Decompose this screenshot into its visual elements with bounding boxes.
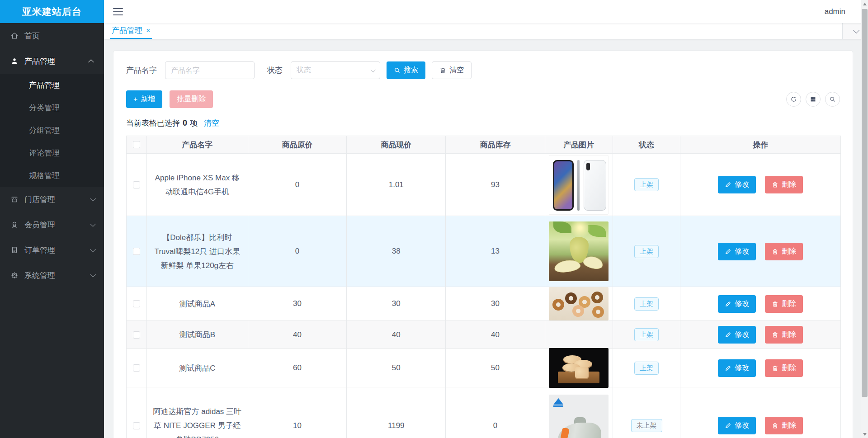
product-image-pear: [549, 221, 609, 281]
product-name: 测试商品C: [147, 349, 248, 387]
stock: 40: [446, 321, 545, 349]
pencil-icon: [725, 365, 731, 372]
delete-button[interactable]: 删除: [765, 359, 803, 377]
product-name-label: 产品名字: [126, 65, 157, 75]
sidebar-item-grouping-management[interactable]: 分组管理: [0, 119, 104, 141]
sidebar-item-member-management[interactable]: 会员管理: [0, 212, 104, 237]
col-header: 产品图片: [545, 136, 613, 153]
edit-button[interactable]: 修改: [718, 417, 756, 434]
edit-button[interactable]: 修改: [718, 176, 756, 193]
chevron-down-icon: [90, 221, 96, 227]
current-price: 1199: [347, 387, 446, 438]
member-badge-icon: [10, 220, 19, 229]
sidebar-item-product-management[interactable]: 产品管理: [0, 48, 104, 74]
stock: 50: [446, 349, 545, 387]
col-header: 产品名字: [147, 136, 248, 153]
table-row: Apple iPhone XS Max 移动联通电信4G手机 0 1.01 93…: [127, 154, 840, 216]
pencil-icon: [725, 331, 731, 338]
col-header: 操作: [680, 136, 840, 153]
sidebar-item-system-management[interactable]: 系统管理: [0, 263, 104, 288]
delete-button[interactable]: 删除: [765, 243, 803, 260]
row-checkbox[interactable]: [133, 248, 140, 255]
pencil-icon: [725, 248, 731, 255]
product-name-input[interactable]: [165, 61, 255, 79]
search-button[interactable]: 搜索: [387, 61, 425, 79]
chevron-down-icon: [90, 246, 96, 252]
scroll-down-arrow[interactable]: [861, 430, 868, 438]
person-icon: [10, 57, 19, 66]
sidebar-item-label: 首页: [24, 31, 40, 41]
app-root: 亚米建站后台 首页 产品管理 产品管理 分类管理 分组管理 评论管理 规格管理: [0, 0, 868, 438]
status-select[interactable]: 状态: [291, 61, 380, 79]
product-image-empty: [545, 321, 613, 349]
row-checkbox[interactable]: [133, 181, 140, 188]
trash-icon: [772, 331, 778, 338]
row-checkbox[interactable]: [133, 364, 140, 372]
clear-selection-link[interactable]: 清空: [204, 118, 219, 128]
stock: 13: [446, 216, 545, 287]
refresh-icon: [790, 96, 797, 103]
product-image-cookies: [549, 348, 609, 388]
sidebar-item-label: 门店管理: [24, 194, 55, 205]
original-price: 60: [248, 349, 347, 387]
status-badge: 上架: [634, 297, 659, 311]
sidebar-item-spec-management[interactable]: 规格管理: [0, 164, 104, 187]
product-name: 测试商品A: [147, 287, 248, 320]
add-button[interactable]: + 新增: [126, 90, 162, 108]
chevron-down-icon: [853, 27, 859, 33]
columns-grid-button[interactable]: [806, 92, 821, 107]
row-checkbox[interactable]: [133, 331, 140, 339]
delete-button[interactable]: 删除: [765, 417, 803, 434]
table-search-button[interactable]: [825, 92, 840, 107]
document-icon: [10, 245, 19, 254]
chevron-down-icon: [90, 272, 96, 278]
product-name: 阿迪达斯官方 adidas 三叶草 NITE JOGGER 男子经典鞋BD795…: [147, 387, 248, 438]
edit-button[interactable]: 修改: [718, 295, 756, 313]
current-price: 50: [347, 349, 446, 387]
current-price: 30: [347, 287, 446, 320]
filter-row: 产品名字 状态 状态 搜索 清空: [126, 61, 840, 79]
batch-delete-button[interactable]: 批量删除: [170, 90, 213, 108]
col-header: 商品库存: [446, 136, 545, 153]
edit-button[interactable]: 修改: [718, 326, 756, 344]
sidebar-item-label: 订单管理: [24, 245, 55, 255]
col-header: 商品原价: [248, 136, 347, 153]
row-checkbox[interactable]: [133, 300, 140, 307]
app-logo: 亚米建站后台: [0, 0, 104, 23]
sidebar-item-store-management[interactable]: 门店管理: [0, 187, 104, 212]
sidebar-item-order-management[interactable]: 订单管理: [0, 237, 104, 263]
select-all-checkbox[interactable]: [133, 141, 140, 148]
sidebar-item-label: 产品管理: [24, 56, 55, 66]
user-menu[interactable]: admin: [825, 7, 845, 16]
sidebar-item-category-management[interactable]: 分类管理: [0, 96, 104, 119]
sidebar-item-comment-management[interactable]: 评论管理: [0, 141, 104, 164]
original-price: 0: [248, 216, 347, 287]
scroll-up-arrow[interactable]: [861, 0, 868, 8]
row-checkbox[interactable]: [133, 422, 140, 429]
sidebar-item-product-list[interactable]: 产品管理: [0, 74, 104, 96]
product-name: 【Dole都乐】比利时Truval啤梨12只 进口水果新鲜梨 单果120g左右: [147, 216, 248, 287]
product-image-donuts: [549, 287, 609, 320]
main-column: admin 产品管理 × 产品名字 状态 状态: [104, 0, 868, 438]
clear-filters-button[interactable]: 清空: [432, 61, 472, 79]
close-icon[interactable]: ×: [146, 27, 150, 35]
hamburger-menu-icon[interactable]: [113, 8, 123, 15]
delete-button[interactable]: 删除: [765, 295, 803, 313]
edit-button[interactable]: 修改: [718, 359, 756, 377]
product-table: 产品名字 商品原价 商品现价 商品库存 产品图片 状态 操作 Apple iPh…: [126, 136, 841, 438]
tab-bar: 产品管理 ×: [104, 23, 868, 39]
edit-button[interactable]: 修改: [718, 243, 756, 260]
page-scrollbar[interactable]: [861, 0, 868, 438]
refresh-button[interactable]: [786, 92, 801, 107]
col-header: 状态: [613, 136, 681, 153]
sidebar-item-home[interactable]: 首页: [0, 23, 104, 48]
current-price: 40: [347, 321, 446, 349]
scrollbar-thumb[interactable]: [862, 9, 868, 397]
status-badge: 上架: [634, 245, 659, 258]
delete-button[interactable]: 删除: [765, 326, 803, 344]
status-label: 状态: [267, 65, 283, 75]
tab-product-management[interactable]: 产品管理 ×: [110, 23, 152, 39]
gear-icon: [10, 271, 19, 280]
delete-button[interactable]: 删除: [765, 176, 803, 193]
search-icon: [829, 96, 836, 103]
